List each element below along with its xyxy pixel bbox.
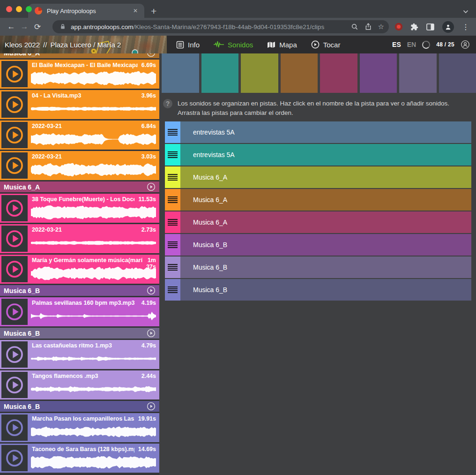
side-panel-icon[interactable] [426, 23, 434, 30]
audio-clip[interactable]: 2022-03-216.84s [0, 121, 159, 150]
track-row[interactable]: Musica 6_A [165, 189, 471, 211]
track-drag-handle[interactable] [165, 279, 180, 301]
clip-play-button[interactable] [1, 341, 28, 368]
track-label[interactable]: entrevistas 5A [193, 128, 235, 136]
track-label[interactable]: Musica 6_A [193, 219, 227, 226]
zoom-page-icon[interactable] [351, 23, 358, 30]
audio-clip[interactable]: Taconeo de Sara Baras (128 kbps).mp314.6… [0, 444, 159, 473]
section-play-icon[interactable] [147, 286, 156, 295]
track-color-swatch-4[interactable] [281, 53, 318, 93]
audio-clip[interactable]: 2022-03-212.73s [0, 224, 159, 253]
nav-item-sonidos[interactable]: Sonidos [214, 41, 253, 49]
section-header[interactable]: Musica 6_B [0, 285, 159, 296]
clip-play-button[interactable] [1, 122, 28, 148]
track-drag-handle[interactable] [165, 256, 180, 278]
track-drag-handle[interactable] [165, 121, 180, 143]
audio-clip[interactable]: 04 - La Visita.mp33.96s [0, 90, 159, 119]
track-drag-handle[interactable] [165, 211, 180, 233]
nav-item-info[interactable]: Info [176, 41, 200, 49]
track-body[interactable]: entrevistas 5A [180, 144, 471, 166]
track-row[interactable]: entrevistas 5A [165, 144, 471, 166]
track-body[interactable]: Musica 6_B [180, 279, 471, 301]
clip-play-button[interactable] [1, 91, 28, 118]
track-row[interactable]: Musica 6_A [165, 211, 471, 233]
window-close-button[interactable] [6, 6, 12, 12]
track-body[interactable]: entrevistas 5A [180, 121, 471, 143]
track-color-swatch-7[interactable] [399, 53, 437, 93]
address-bar[interactable]: app.antropoloops.com/Kleos-Santa-Marina/… [52, 20, 389, 33]
section-play-icon[interactable] [147, 182, 156, 191]
window-zoom-button[interactable] [26, 6, 32, 12]
clip-play-button[interactable] [1, 299, 28, 325]
clip-play-button[interactable] [1, 152, 28, 179]
audio-clip[interactable]: María y Germán solamente música(maría 2.… [0, 255, 159, 284]
audio-clip[interactable]: 38 Toque Funebre(Muerte) - Los Doce Par.… [0, 194, 159, 223]
window-minimize-button[interactable] [16, 6, 22, 12]
track-color-swatch-3[interactable] [241, 53, 278, 93]
track-row[interactable]: Musica 6_B [165, 234, 471, 256]
track-drag-handle[interactable] [165, 189, 180, 211]
audio-clip[interactable]: Tangos flamencos .mp32.44s [0, 370, 159, 400]
tab-search-chevron-icon[interactable] [463, 10, 469, 14]
track-drag-handle[interactable] [165, 144, 180, 166]
clip-play-button[interactable] [1, 256, 28, 282]
section-play-icon[interactable] [147, 53, 156, 57]
section-play-icon[interactable] [147, 329, 156, 338]
nav-item-mapa[interactable]: Mapa [267, 41, 297, 49]
account-person-icon[interactable] [461, 40, 470, 49]
lang-en-button[interactable]: EN [407, 41, 416, 48]
clip-play-button[interactable] [1, 195, 28, 221]
clip-play-button[interactable] [1, 226, 28, 252]
audio-clip[interactable]: Las castañuelas ritmo 1.mp34.79s [0, 340, 159, 369]
section-header[interactable]: Musica 6_A [0, 53, 159, 58]
audio-clip[interactable]: Palmas sevillanas 160 bpm mp3.mp34.19s [0, 297, 159, 326]
clip-play-button[interactable] [1, 415, 28, 441]
track-body[interactable]: Musica 6_B [180, 256, 471, 278]
browser-menu-kebab-icon[interactable]: ⋮ [462, 23, 469, 31]
track-label[interactable]: Musica 6_B [193, 286, 227, 294]
track-row[interactable]: entrevistas 5A [165, 121, 471, 143]
track-body[interactable]: Musica 6_A [180, 211, 471, 233]
section-header[interactable]: Musica 6_B [0, 328, 159, 339]
nav-item-tocar[interactable]: Tocar [311, 40, 341, 49]
back-icon[interactable]: ← [5, 22, 18, 31]
track-color-swatch-5[interactable] [320, 53, 357, 93]
browser-tab[interactable]: Play Antropoloops ✕ [28, 4, 144, 18]
share-icon[interactable] [364, 23, 372, 30]
track-body[interactable]: Musica 6_B [180, 234, 471, 256]
track-color-swatch-1[interactable] [162, 53, 199, 93]
track-body[interactable]: Musica 6_A [180, 189, 471, 211]
track-label[interactable]: Musica 6_A [193, 173, 227, 181]
track-label[interactable]: Musica 6_A [193, 196, 227, 204]
clip-play-button[interactable] [1, 61, 28, 87]
track-drag-handle[interactable] [165, 234, 180, 256]
track-row[interactable]: Musica 6_B [165, 256, 471, 278]
profile-avatar[interactable] [442, 21, 454, 33]
track-color-swatch-6[interactable] [360, 53, 397, 93]
extensions-puzzle-icon[interactable] [410, 23, 418, 31]
track-row[interactable]: Musica 6_B [165, 279, 471, 301]
audio-clip[interactable]: 2022-03-213.03s [0, 151, 159, 180]
track-label[interactable]: Musica 6_B [193, 264, 227, 271]
section-play-icon[interactable] [147, 402, 156, 411]
clip-play-button[interactable] [1, 445, 28, 471]
track-label[interactable]: entrevistas 5A [193, 151, 235, 158]
bookmark-star-icon[interactable]: ☆ [378, 23, 384, 31]
audio-clip[interactable]: El Baile Mexicapan - El Baile Mexicapan.… [0, 60, 159, 89]
section-header[interactable]: Musica 6_A [0, 181, 159, 192]
track-color-swatch-2[interactable] [201, 53, 239, 93]
forward-icon[interactable]: → [18, 22, 31, 31]
track-row[interactable]: Musica 6_A [165, 166, 471, 188]
audio-clip[interactable]: Marcha Pasan los campanilleros Las Mejor… [0, 413, 159, 442]
track-drag-handle[interactable] [165, 166, 180, 188]
lang-es-button[interactable]: ES [392, 41, 401, 48]
track-body[interactable]: Musica 6_A [180, 166, 471, 188]
recording-indicator-icon[interactable] [395, 23, 402, 30]
track-color-swatch-8[interactable] [439, 53, 476, 93]
reload-icon[interactable]: ⟳ [31, 22, 44, 32]
section-header[interactable]: Musica 6_B [0, 401, 159, 412]
clip-play-button[interactable] [1, 372, 28, 398]
new-tab-button[interactable]: + [151, 6, 156, 16]
help-question-icon[interactable]: ? [163, 99, 172, 108]
track-label[interactable]: Musica 6_B [193, 241, 227, 249]
